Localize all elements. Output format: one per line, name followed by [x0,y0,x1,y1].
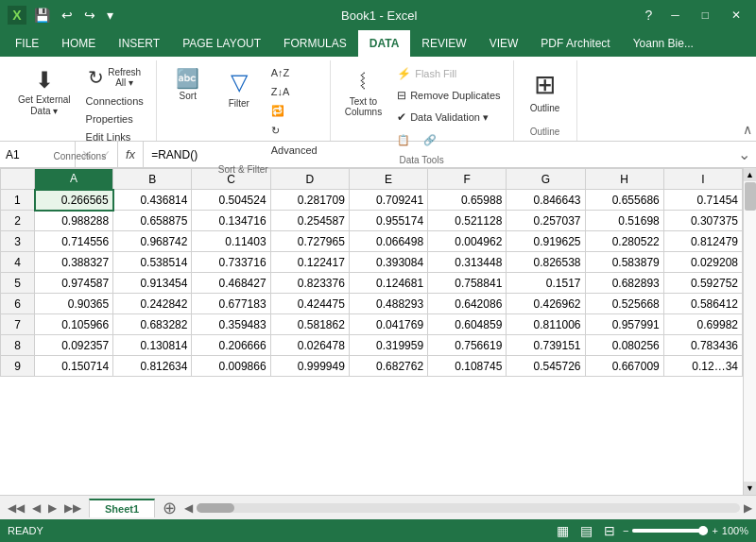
sheet-tab-sheet1[interactable]: Sheet1 [89,499,155,517]
scroll-down-button[interactable]: ▼ [744,482,757,495]
cell-F4[interactable]: 0.313448 [428,252,507,273]
get-external-data-button[interactable]: ⬇ Get ExternalData ▾ [11,64,77,122]
cell-E6[interactable]: 0.488293 [349,294,427,314]
sort-az-button[interactable]: 🔤 Sort [164,64,212,106]
cell-C9[interactable]: 0.009866 [192,356,270,377]
sort-descending-button[interactable]: Z↓A [266,83,322,100]
redo-button[interactable]: ↪ [80,6,99,25]
cell-F1[interactable]: 0.65988 [428,190,507,211]
cell-H3[interactable]: 0.280522 [585,231,663,252]
sheet-nav-last[interactable]: ▶▶ [60,500,85,517]
sheet-nav-next[interactable]: ▶ [44,500,60,517]
row-header-1[interactable]: 1 [1,190,35,211]
cell-D3[interactable]: 0.727965 [270,231,349,252]
col-header-d[interactable]: D [270,169,349,190]
cell-E9[interactable]: 0.682762 [349,356,427,377]
cell-B9[interactable]: 0.812634 [113,356,192,377]
refresh-all-button[interactable]: ↻ RefreshAll ▾ [81,64,148,91]
cell-H2[interactable]: 0.51698 [585,211,663,231]
cell-A4[interactable]: 0.388327 [35,252,113,273]
cell-D8[interactable]: 0.026478 [270,335,349,356]
cell-H9[interactable]: 0.667009 [585,356,663,377]
cell-H8[interactable]: 0.080256 [585,335,663,356]
cell-C2[interactable]: 0.134716 [192,211,270,231]
cell-H6[interactable]: 0.525668 [585,294,663,314]
filter-button[interactable]: ▽ Filter [215,64,263,113]
help-button[interactable]: ? [641,6,656,25]
cell-I7[interactable]: 0.69982 [663,314,742,335]
cell-B2[interactable]: 0.658875 [113,211,192,231]
cell-C6[interactable]: 0.677183 [192,294,270,314]
cell-A9[interactable]: 0.150714 [35,356,113,377]
cell-B7[interactable]: 0.683282 [113,314,192,335]
cell-G5[interactable]: 0.1517 [507,273,585,294]
cell-A5[interactable]: 0.974587 [35,273,113,294]
flash-fill-button[interactable]: ⚡ Flash Fill [392,64,505,83]
cell-D7[interactable]: 0.581862 [270,314,349,335]
cell-F9[interactable]: 0.108745 [428,356,507,377]
cell-E8[interactable]: 0.319959 [349,335,427,356]
cell-G9[interactable]: 0.545726 [507,356,585,377]
zoom-thumb[interactable] [698,526,708,535]
page-layout-view-button[interactable]: ▤ [576,521,596,540]
col-header-g[interactable]: G [507,169,585,190]
col-header-a[interactable]: A [35,169,113,190]
row-header-9[interactable]: 9 [1,356,35,377]
cell-G1[interactable]: 0.846643 [507,190,585,211]
cell-B5[interactable]: 0.913454 [113,273,192,294]
consolidate-button[interactable]: 📋 [392,131,415,149]
tab-view[interactable]: VIEW [478,30,530,57]
cell-A1[interactable]: 0.266565 [35,190,113,211]
cell-H5[interactable]: 0.682893 [585,273,663,294]
zoom-in-icon[interactable]: + [712,525,717,536]
zoom-out-icon[interactable]: − [623,525,628,536]
cell-B3[interactable]: 0.968742 [113,231,192,252]
cell-C4[interactable]: 0.733716 [192,252,270,273]
col-header-e[interactable]: E [349,169,427,190]
quick-access-dropdown[interactable]: ▾ [103,6,117,25]
properties-button[interactable]: Properties [81,110,148,127]
cell-H4[interactable]: 0.583879 [585,252,663,273]
row-header-4[interactable]: 4 [1,252,35,273]
scroll-up-button[interactable]: ▲ [744,168,757,181]
cell-F2[interactable]: 0.521128 [428,211,507,231]
cell-A2[interactable]: 0.988288 [35,211,113,231]
cell-D5[interactable]: 0.823376 [270,273,349,294]
relationships-button[interactable]: 🔗 [419,131,441,149]
row-header-6[interactable]: 6 [1,294,35,314]
restore-button[interactable]: □ [695,7,716,24]
sort-ascending-button[interactable]: A↑Z [266,64,322,81]
cell-C8[interactable]: 0.206666 [192,335,270,356]
cell-D4[interactable]: 0.122417 [270,252,349,273]
tab-insert[interactable]: INSERT [107,30,171,57]
cell-C7[interactable]: 0.359483 [192,314,270,335]
tab-page-layout[interactable]: PAGE LAYOUT [171,30,272,57]
cell-F6[interactable]: 0.642086 [428,294,507,314]
cell-A3[interactable]: 0.714556 [35,231,113,252]
cell-A6[interactable]: 0.90365 [35,294,113,314]
close-button[interactable]: ✕ [724,7,748,24]
cell-G7[interactable]: 0.811006 [507,314,585,335]
tab-data[interactable]: DATA [358,30,411,57]
cell-I3[interactable]: 0.812479 [663,231,742,252]
zoom-track[interactable] [632,529,708,533]
vertical-scrollbar[interactable]: ▲ ▼ [743,168,756,495]
row-header-2[interactable]: 2 [1,211,35,231]
cell-I4[interactable]: 0.029208 [663,252,742,273]
cell-E7[interactable]: 0.041769 [349,314,427,335]
edit-links-button[interactable]: Edit Links [81,128,148,145]
data-validation-button[interactable]: ✔ Data Validation ▾ [392,108,505,127]
col-header-h[interactable]: H [585,169,663,190]
cell-E5[interactable]: 0.124681 [349,273,427,294]
text-to-columns-button[interactable]: ⧙ Text toColumns [338,64,388,122]
cell-C1[interactable]: 0.504524 [192,190,270,211]
cell-B8[interactable]: 0.130814 [113,335,192,356]
undo-button[interactable]: ↩ [58,6,77,25]
page-break-view-button[interactable]: ⊟ [600,521,619,540]
cell-E4[interactable]: 0.393084 [349,252,427,273]
cell-D9[interactable]: 0.999949 [270,356,349,377]
row-header-8[interactable]: 8 [1,335,35,356]
cell-H1[interactable]: 0.655686 [585,190,663,211]
col-header-b[interactable]: B [113,169,192,190]
connections-button[interactable]: Connections [81,93,148,110]
